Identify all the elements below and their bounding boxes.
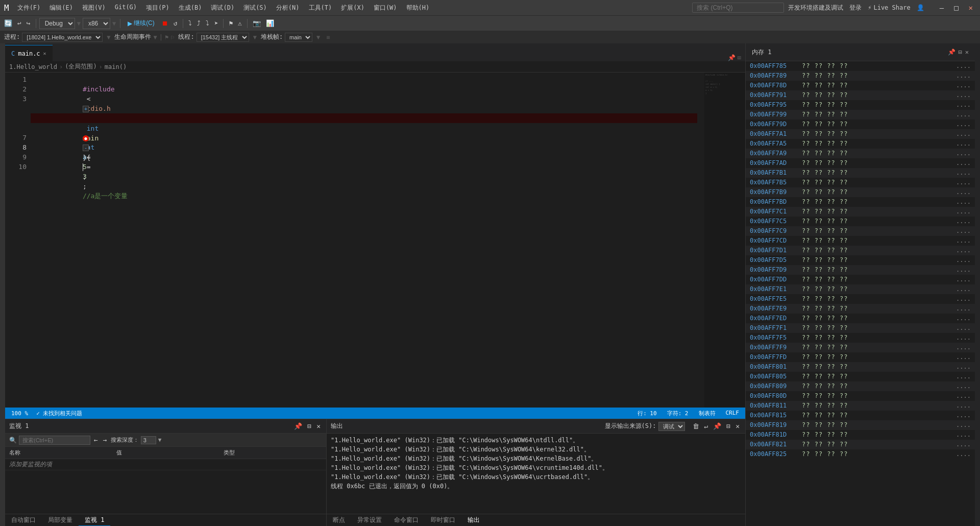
menu-debug[interactable]: 调试(D) <box>207 3 238 13</box>
command-window-tab[interactable]: 命令窗口 <box>388 515 425 525</box>
process-dropdown[interactable]: [18024] 1.Hello_world.exe <box>22 33 103 42</box>
encoding[interactable]: 制表符 <box>697 410 718 417</box>
user-login[interactable]: 登录 <box>849 4 862 12</box>
search-depth-input[interactable] <box>141 436 156 444</box>
search-next-btn[interactable]: → <box>102 436 109 444</box>
menu-project[interactable]: 项目(P) <box>142 3 174 13</box>
menu-git[interactable]: Git(G) <box>111 3 141 13</box>
memory-row: 0x00AFF7F5?? ?? ?? ??.... <box>746 333 975 343</box>
search-prev-btn[interactable]: ← <box>92 436 100 444</box>
watch1-tab[interactable]: 监视 1 <box>79 515 110 526</box>
output-source-dropdown[interactable]: 调试 <box>658 422 685 431</box>
user-icon[interactable]: 👤 <box>917 4 924 11</box>
close-button[interactable]: ✕ <box>966 4 976 12</box>
stack-dropdown[interactable]: main <box>285 33 312 42</box>
watch-search-input[interactable] <box>19 436 90 445</box>
fold-button-10[interactable]: - <box>83 145 89 151</box>
menu-extensions[interactable]: 扩展(X) <box>337 3 369 13</box>
debug-config-dropdown[interactable]: Debug <box>39 18 75 29</box>
mem-bytes: ?? ?? ?? ?? <box>802 431 950 439</box>
menu-analyze[interactable]: 分析(N) <box>272 3 304 13</box>
mem-addr: 0x00AFF7C5 <box>750 217 796 226</box>
memory-close-icon[interactable]: ✕ <box>965 49 969 56</box>
watch-panel-title: 监视 1 <box>9 422 290 431</box>
breadcrumb-func[interactable]: main() <box>105 63 127 70</box>
thread-dropdown[interactable]: [15432] 主线程 <box>197 33 249 42</box>
menu-edit[interactable]: 编辑(E) <box>45 3 77 13</box>
step-into-btn[interactable]: ⤴ <box>195 18 203 28</box>
char-col[interactable]: 字符: 2 <box>665 410 691 417</box>
step-out-btn[interactable]: ⤵ <box>204 18 211 28</box>
run-to-cursor-btn[interactable]: ➤ <box>212 18 220 28</box>
tab-end: 📌 ⊞ <box>53 54 745 61</box>
search-depth-down[interactable]: ▼ <box>158 437 162 443</box>
mem-chars: .... <box>956 304 971 313</box>
platform-dropdown[interactable]: x86 <box>83 18 110 29</box>
separator-4 <box>223 19 224 28</box>
breakpoints-btn[interactable]: ⚑ <box>227 18 235 28</box>
menu-help[interactable]: 帮助(H) <box>402 3 434 13</box>
menu-test[interactable]: 测试(S) <box>239 3 271 13</box>
minimize-button[interactable]: — <box>937 4 947 12</box>
step-over-btn[interactable]: ⤵ <box>186 18 194 28</box>
breakpoints-tab[interactable]: 断点 <box>327 515 351 525</box>
exception-settings-tab[interactable]: 异常设置 <box>351 515 388 525</box>
mem-bytes: ?? ?? ?? ?? <box>802 401 950 410</box>
menu-file[interactable]: 文件(F) <box>13 3 45 13</box>
maximize-button[interactable]: □ <box>951 4 961 12</box>
mem-bytes: ?? ?? ?? ?? <box>802 71 950 80</box>
breadcrumb-file[interactable]: 1.Hello_world <box>9 63 57 70</box>
zoom-level[interactable]: 100 % <box>9 410 30 417</box>
output-float-btn[interactable]: ⊟ <box>725 422 732 431</box>
watch-close-btn[interactable]: ✕ <box>315 422 322 431</box>
breadcrumb-scope[interactable]: (全局范围) <box>65 62 96 71</box>
row-col[interactable]: 行: 10 <box>635 410 659 417</box>
output-source-control: 显示输出来源(S): 调试 <box>605 422 685 431</box>
menu-tools[interactable]: 工具(T) <box>305 3 336 13</box>
mem-chars: .... <box>956 382 971 391</box>
memory-row: 0x00AFF7A9?? ?? ?? ??.... <box>746 149 975 158</box>
restart-btn[interactable]: ↺ <box>172 18 180 28</box>
watch-pin-btn[interactable]: 📌 <box>292 422 304 431</box>
memory-content[interactable]: 0x00AFF785?? ?? ?? ??....0x00AFF789?? ??… <box>746 61 975 526</box>
code-line-1: #include < stdio.h > <box>31 75 697 84</box>
diagnostics-btn[interactable]: 📊 <box>264 18 276 28</box>
menu-window[interactable]: 窗口(W) <box>370 3 401 13</box>
tab-main-c[interactable]: C main.c ✕ <box>5 45 53 61</box>
watch-float-btn[interactable]: ⊟ <box>306 422 313 431</box>
global-search-input[interactable] <box>692 3 784 13</box>
editor-scrollbar[interactable] <box>697 73 704 408</box>
memory-row: 0x00AFF7FD?? ?? ?? ??.... <box>746 352 975 362</box>
live-share-button[interactable]: ⚡ Live Share <box>868 4 910 11</box>
locals-tab[interactable]: 局部变量 <box>42 515 79 525</box>
auto-window-tab[interactable]: 自动窗口 <box>5 515 42 525</box>
no-problems-badge[interactable]: ✓ 未找到相关问题 <box>34 410 84 417</box>
immediate-window-tab[interactable]: 即时窗口 <box>425 515 461 525</box>
output-pin-btn[interactable]: 📌 <box>712 422 723 431</box>
toolbar-new[interactable]: 🔄 <box>2 18 14 28</box>
exception-settings-btn[interactable]: ⚠ <box>236 18 244 28</box>
separator-3 <box>183 19 183 28</box>
watch-search-bar: 🔍 ← → 搜索深度： ▼ <box>5 434 326 447</box>
menu-build[interactable]: 生成(B) <box>175 3 206 13</box>
continue-button[interactable]: ▶ 继续(C) <box>124 18 159 29</box>
watch-add-item-row[interactable]: 添加要监视的项 <box>5 459 326 470</box>
snapshot-btn[interactable]: 📷 <box>251 18 263 28</box>
memory-float-icon[interactable]: ⊟ <box>959 49 962 56</box>
menu-view[interactable]: 视图(V) <box>78 3 110 13</box>
toolbar-redo[interactable]: ↪ <box>24 18 33 28</box>
line-ending[interactable]: CRLF <box>724 410 742 417</box>
toolbar-undo[interactable]: ↩ <box>15 18 23 28</box>
output-clear-btn[interactable]: 🗑 <box>691 422 701 431</box>
output-wrap-btn[interactable]: ↵ <box>703 422 710 431</box>
memory-pin-icon[interactable]: 📌 <box>948 49 955 56</box>
code-content[interactable]: #include < stdio.h > + // ... <box>31 73 697 408</box>
code-editor[interactable]: 1 2 3 7 8 9 10 #include < <box>5 73 745 408</box>
output-close-btn[interactable]: ✕ <box>734 422 741 431</box>
mem-bytes: ?? ?? ?? ?? <box>802 372 950 381</box>
mem-addr: 0x00AFF801 <box>750 363 796 371</box>
tab-close-button[interactable]: ✕ <box>43 51 46 56</box>
output-tab[interactable]: 输出 <box>461 515 486 525</box>
stop-debug-btn[interactable]: ⏹ <box>160 18 170 28</box>
output-msg-4: "1.Hello_world.exe" (Win32)：已加载 "C:\Wind… <box>331 463 741 472</box>
